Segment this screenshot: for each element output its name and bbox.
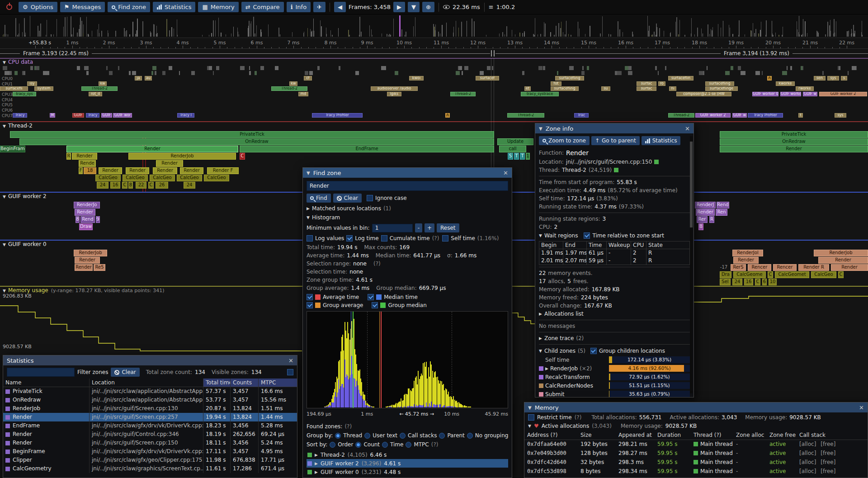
callstack-alloc-link[interactable]: [alloc] [799,467,816,476]
timeline-zone[interactable]: RerS [731,264,746,271]
timeline-zone[interactable]: ni [669,86,676,91]
table-row[interactable]: BeginFramejni/../jni/src/claw/gfx/drv/vk… [3,447,297,456]
timeline-zone[interactable]: C [755,279,760,285]
legend-checkbox[interactable] [372,302,378,308]
collapse-icon[interactable]: ▼ [3,194,6,199]
timeline-zone[interactable]: Render [156,160,183,167]
restrict-time-checkbox[interactable] [528,414,534,421]
column-header[interactable]: Appeared at [616,431,655,440]
child-zone-row[interactable]: Submit35.63 µs (0.79%) [539,390,690,398]
group-by-radio-thread[interactable] [335,433,341,439]
timeline-zone[interactable]: surfac [637,81,656,86]
center-view-button[interactable]: ⊕ [422,2,434,12]
timeline-zone[interactable]: surfacefling [555,76,584,80]
collapse-icon[interactable]: ▼ [3,242,6,247]
zone-info-titlebar[interactable]: ▼ Zone info ✕ [535,123,693,133]
timeline-zone[interactable]: cf [304,76,312,80]
column-header[interactable]: Total time [203,379,230,387]
clear-filter-button[interactable]: Clear [111,368,139,377]
timeline-zone[interactable]: Tracy [13,113,27,118]
timeline-zone[interactable]: surfacefli [0,86,28,91]
timeline-zone[interactable]: s [841,76,847,80]
timeline-zone[interactable]: F [79,167,83,174]
timeline-zone[interactable]: A [445,113,450,118]
timeline-zone[interactable]: Update [497,138,533,145]
expander-icon[interactable]: ▶ [545,366,548,371]
log-time-checkbox[interactable] [346,235,353,241]
timeline-zone[interactable]: OnRedraw [19,138,494,145]
column-header[interactable]: State [646,241,689,249]
timeline-zone[interactable]: RenderJo [74,202,100,208]
sort-by-radio-order[interactable] [330,442,335,448]
statistics-button[interactable]: Statistics [642,136,681,145]
timeline-zone[interactable]: C [838,271,844,278]
timeline-zone[interactable]: surfacefling [705,81,734,86]
expander-icon[interactable]: ▼ [539,349,542,353]
memory-titlebar[interactable]: ▼ Memory ✕ [524,402,868,412]
help-icon[interactable]: (?) [431,441,439,448]
timeline-zone[interactable]: C [148,182,154,189]
timeline-zone[interactable]: C [768,271,773,278]
child-zone-row[interactable]: Self time172.14 µs (3.83%) [539,355,690,364]
memory-button[interactable]: ▦Memory [198,2,238,12]
timeline-zone[interactable]: 16 [744,279,753,285]
timeline-zone[interactable]: GUIF worker 2 [695,113,731,118]
timeline-zone[interactable]: et [524,86,531,91]
found-zone-group[interactable]: ▶GUIF worker 1(3,192)4.39 s [307,476,508,478]
timeline-zone[interactable]: Tracy I [177,113,194,118]
find-zone-titlebar[interactable]: ▼ Find zone ✕ [303,168,512,178]
column-header[interactable]: Time [586,241,606,249]
timeline-zone[interactable]: RenderJ [695,202,716,208]
legend-checkbox[interactable] [368,294,374,300]
timeline-zone[interactable]: GUIF [101,113,112,118]
timeline-zone[interactable]: RenderJol [732,250,763,256]
table-row[interactable]: RenderJobjni/../jni/src/guif/Screen.cpp:… [3,404,297,413]
found-zone-group[interactable]: ▶Thread-2(4,105)6.46 s [307,450,508,459]
timeline-zone[interactable]: GUIF [72,113,84,118]
timeline-zone[interactable]: Render [72,153,97,160]
timeline-zone[interactable]: CalcGeome [733,271,766,278]
timeline-zone[interactable]: Render [720,146,868,152]
timeline-zone[interactable]: RenderJob [128,153,236,160]
expander-icon[interactable]: ▶ [315,461,318,466]
found-zone-group[interactable]: ▶GUIF worker 0(3,231)4.48 s [307,468,508,476]
timeline-zone[interactable]: Draw [79,223,93,230]
timeline-zone[interactable]: C [240,153,245,160]
timeline-zone[interactable]: call [499,146,526,152]
timeline-zone[interactable]: Render [66,146,238,152]
section-header-worker0[interactable]: ▼GUIF worker 0 [3,241,47,247]
column-header[interactable]: Zone alloc [733,431,767,440]
group-by-radio-parent[interactable] [439,433,445,439]
timeline-zone[interactable]: rot_d [89,92,102,96]
timeline-zone[interactable]: tracy_sys [13,92,36,96]
timeline-zone[interactable]: Render [75,264,93,271]
timeline-zone[interactable]: Thread-2 [507,113,544,118]
callstack-free-link[interactable]: [free] [821,440,835,449]
timeline-zone[interactable]: 8 [75,216,80,223]
timeline-zone[interactable]: RenderJob [814,250,868,256]
timeline-zone[interactable]: Render [153,167,177,174]
group-children-checkbox[interactable] [590,348,597,354]
timeline-zone[interactable]: CalcGeo [150,175,175,181]
timeline-zone[interactable]: CalcGeo [95,175,121,181]
close-icon[interactable]: ✕ [859,404,864,411]
timeline-zone[interactable]: GUIF worker 2 [819,92,867,96]
collapse-icon[interactable]: ▼ [539,126,542,131]
timeline-zone[interactable]: 26 [156,182,168,189]
child-zone-row[interactable]: CalcRenderNodes51.51 µs (1.15%) [539,381,690,390]
timeline-zone[interactable]: BeginFrame [0,146,25,152]
timeline-zone[interactable]: Thread-2 [450,92,476,96]
timeline-zone[interactable]: 22 [136,182,146,189]
collapse-icon[interactable]: ▼ [3,289,6,293]
callstack-alloc-link[interactable]: [alloc] [799,458,816,467]
timeline-zone[interactable]: T [514,153,519,160]
column-header[interactable]: Thread (?) [691,431,733,440]
timeline-zone[interactable]: Render [831,264,868,271]
timeline-zone[interactable]: GUIF worker 0 [752,92,778,96]
timeline-zone[interactable]: GUIF w [803,92,817,96]
group-by-radio-call-stacks[interactable] [400,433,406,439]
column-header[interactable]: Counts [230,379,258,387]
timeline-zone[interactable]: -17 [719,264,729,271]
table-row[interactable]: PrivateTickjni/../jni/src/claw/applicati… [3,387,297,396]
timeline-zone[interactable]: B [698,223,703,230]
